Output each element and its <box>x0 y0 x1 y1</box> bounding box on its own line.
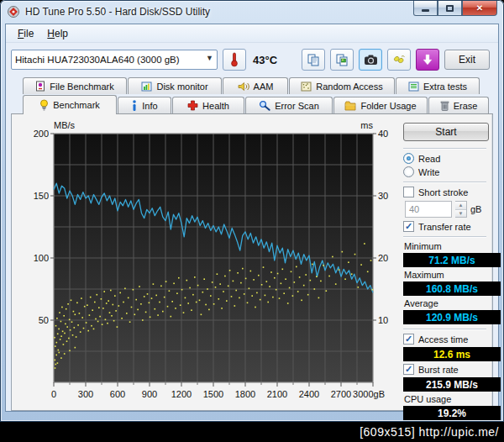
write-radio[interactable] <box>403 166 414 177</box>
start-button[interactable]: Start <box>403 123 489 141</box>
benchmark-page: MB/sms2001501005040302010030060090012001… <box>11 113 493 411</box>
short-stroke-checkbox[interactable] <box>403 187 414 197</box>
svg-text:2400: 2400 <box>299 389 319 399</box>
copy-text-button[interactable] <box>302 49 325 71</box>
tab-label: Benchmark <box>53 100 100 110</box>
access-time-checkbox[interactable]: ✓ <box>403 334 414 345</box>
trash-icon <box>440 100 449 111</box>
window-controls: ✕ <box>413 1 497 16</box>
svg-text:150: 150 <box>34 191 49 201</box>
drive-select[interactable]: Hitachi HUA723030ALA640 (3000 gB) ▼ <box>11 50 218 70</box>
burst-rate-checkbox[interactable]: ✓ <box>403 364 414 375</box>
maximize-button[interactable] <box>438 1 462 16</box>
exit-button[interactable]: Exit <box>444 50 490 70</box>
app-window: HD Tune Pro 5.50 - Hard Disk/SSD Utility… <box>0 0 504 422</box>
tab-aam[interactable]: AAM <box>223 77 288 94</box>
burst-rate-option[interactable]: ✓ Burst rate <box>403 364 486 375</box>
short-stroke-label: Short stroke <box>418 187 468 197</box>
cpu-usage-value: 19.2% <box>403 406 501 420</box>
read-label: Read <box>418 154 440 164</box>
svg-text:20: 20 <box>378 253 388 263</box>
short-stroke-input[interactable]: 40 <box>405 201 452 218</box>
maximize-icon <box>446 5 454 12</box>
transfer-rate-label: Transfer rate <box>418 222 471 232</box>
write-label: Write <box>418 167 439 177</box>
tab-erase[interactable]: Erase <box>428 97 489 113</box>
minimum-value: 71.2 MB/s <box>403 253 501 267</box>
transfer-rate-option[interactable]: ✓ Transfer rate <box>403 221 486 232</box>
svg-text:600: 600 <box>110 389 125 399</box>
tab-file-benchmark[interactable]: File Benchmark <box>23 77 127 94</box>
burst-rate-value: 215.9 MB/s <box>403 377 501 392</box>
minimum-label: Minimum <box>404 241 486 251</box>
tab-disk-monitor[interactable]: Disk monitor <box>128 77 222 94</box>
info-icon <box>131 100 138 111</box>
tab-label: Folder Usage <box>360 101 416 111</box>
tab-health[interactable]: Health <box>172 97 244 113</box>
toolbar: Hitachi HUA723030ALA640 (3000 gB) ▼ 43°C <box>6 43 498 76</box>
minimize-icon <box>422 9 429 12</box>
copy-icon <box>307 53 320 66</box>
chevron-down-icon: ▼ <box>206 54 213 62</box>
tab-extra-tests[interactable]: Extra tests <box>396 77 480 94</box>
download-button[interactable] <box>416 49 439 71</box>
svg-text:3000gB: 3000gB <box>353 389 385 399</box>
thermometer-icon <box>229 52 239 67</box>
tab-label: Health <box>202 101 229 111</box>
svg-text:1800: 1800 <box>235 389 255 399</box>
share-button[interactable] <box>387 49 411 71</box>
svg-text:1500: 1500 <box>203 389 223 399</box>
copy-image-button[interactable] <box>330 49 354 71</box>
tab-benchmark[interactable]: Benchmark <box>23 95 117 114</box>
tab-label: Random Access <box>316 82 382 92</box>
close-button[interactable]: ✕ <box>462 1 497 16</box>
svg-text:ms: ms <box>360 120 373 130</box>
svg-text:10: 10 <box>378 315 388 325</box>
svg-text:40: 40 <box>378 129 388 139</box>
minimize-button[interactable] <box>413 1 438 16</box>
app-icon <box>7 5 20 18</box>
short-stroke-unit: gB <box>470 204 481 214</box>
read-radio[interactable] <box>403 153 414 164</box>
tab-label: Disk monitor <box>156 82 207 92</box>
watermark-text: [609x515] http://upic.me/ <box>360 425 499 439</box>
short-stroke-spinner[interactable]: ▲ ▼ <box>455 201 467 218</box>
read-option[interactable]: Read <box>403 153 486 164</box>
window-title: HD Tune Pro 5.50 - Hard Disk/SSD Utility <box>25 6 210 18</box>
benchmark-chart: MB/sms2001501005040302010030060090012001… <box>13 117 393 406</box>
disk-monitor-icon <box>141 82 152 92</box>
tab-random-access[interactable]: Random Access <box>289 77 395 94</box>
tab-strip-bottom: Benchmark Info Health <box>6 94 498 113</box>
menu-help[interactable]: Help <box>40 26 75 41</box>
tab-info[interactable]: Info <box>118 97 171 113</box>
benchmark-chart-svg: MB/sms2001501005040302010030060090012001… <box>13 117 393 406</box>
access-time-label: Access time <box>418 334 468 345</box>
separator <box>403 182 486 182</box>
benchmark-controls: Start Read Write Short stroke <box>396 114 492 410</box>
svg-text:100: 100 <box>34 253 49 263</box>
screenshot-button[interactable] <box>359 49 382 71</box>
tab-folder-usage[interactable]: Folder Usage <box>333 97 428 113</box>
temperature-button[interactable] <box>223 49 246 71</box>
title-bar: HD Tune Pro 5.50 - Hard Disk/SSD Utility… <box>5 0 499 24</box>
tab-label: Error Scan <box>275 101 319 111</box>
spin-up-icon[interactable]: ▲ <box>455 202 466 209</box>
access-time-option[interactable]: ✓ Access time <box>403 334 486 345</box>
separator <box>403 148 486 149</box>
tab-error-scan[interactable]: Error Scan <box>245 97 333 113</box>
short-stroke-option[interactable]: Short stroke <box>403 187 486 197</box>
svg-text:200: 200 <box>34 129 49 139</box>
svg-text:30: 30 <box>378 191 388 201</box>
write-option[interactable]: Write <box>403 166 486 177</box>
folder-icon <box>344 101 356 111</box>
random-access-icon <box>301 82 312 92</box>
short-stroke-size: 40 ▲ ▼ gB <box>405 201 486 218</box>
camera-icon <box>364 54 378 66</box>
average-value: 120.9 MB/s <box>403 310 501 324</box>
maximum-label: Maximum <box>404 270 486 280</box>
menu-file[interactable]: File <box>11 26 40 41</box>
spin-down-icon[interactable]: ▼ <box>455 209 466 218</box>
download-arrow-icon <box>422 54 433 66</box>
transfer-rate-checkbox[interactable]: ✓ <box>403 221 414 232</box>
svg-text:300: 300 <box>78 389 93 399</box>
